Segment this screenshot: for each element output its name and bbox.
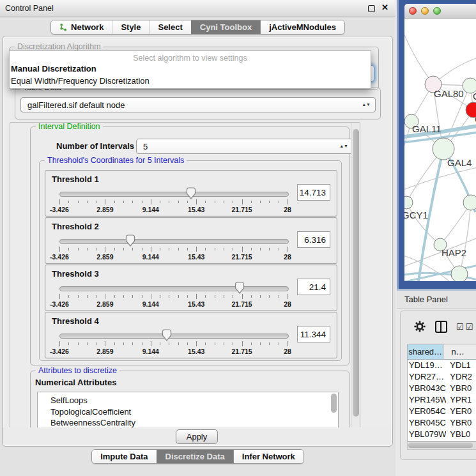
tick-mark: [151, 341, 151, 346]
tick-mark: [215, 201, 215, 203]
network-node[interactable]: [463, 195, 476, 210]
attribute-item-betweennesscentrality[interactable]: BetweennessCentrality: [38, 417, 338, 429]
network-canvas[interactable]: GAL80GACGAL11GAL4GCY1HHAP2: [404, 19, 476, 281]
tab-cyni-toolbox[interactable]: Cyni Toolbox: [191, 20, 260, 34]
algorithm-option-manual-discretization[interactable]: Manual Discretization: [10, 63, 371, 75]
threshold-value-field[interactable]: 21.4: [297, 279, 330, 295]
slider-handle[interactable]: [125, 234, 135, 247]
network-graph[interactable]: GAL80GACGAL11GAL4GCY1HHAP2: [404, 19, 476, 281]
column-layout-icon[interactable]: [435, 321, 447, 333]
tab-impute-data[interactable]: Impute Data: [92, 450, 156, 463]
node-table: shared… n… YDL19…YDL1YDR27…YDR2YBR043CYB…: [407, 344, 476, 441]
tick-mark: [178, 248, 179, 250]
table-row[interactable]: YPR145WYPR1: [408, 394, 476, 406]
threshold-slider[interactable]: -3.4262.8599.14415.4321.71528: [59, 329, 288, 355]
tick-label: -3.426: [50, 253, 69, 261]
table-cell[interactable]: YBR0: [447, 383, 476, 394]
threshold-slider[interactable]: -3.4262.8599.14415.4321.71528: [59, 187, 288, 213]
slider-handle[interactable]: [234, 282, 245, 294]
attributes-items: SelfLoopsTopologicalCoefficientBetweenne…: [38, 392, 338, 429]
table-row[interactable]: YDR27…YDR2: [408, 371, 476, 383]
slider-track[interactable]: [59, 192, 289, 197]
tick-mark: [96, 248, 96, 250]
table-hscrollbar-thumb[interactable]: [408, 443, 473, 448]
network-view-window[interactable]: GAL80GACGAL11GAL4GCY1HHAP2: [397, 0, 476, 289]
network-edge[interactable]: [406, 203, 440, 245]
tick-label: 15.43: [188, 253, 204, 261]
table-cell[interactable]: YPR145W: [408, 394, 447, 406]
threshold-value-field[interactable]: 14.713: [297, 184, 330, 201]
table-row[interactable]: YBL079WYBL0: [408, 429, 476, 440]
table-row[interactable]: YER054CYER0: [408, 406, 476, 417]
slider-track[interactable]: [59, 334, 289, 339]
select-none-checkbox-icon[interactable]: ☑: [466, 323, 473, 331]
tab-select[interactable]: Select: [149, 20, 190, 34]
network-node[interactable]: [433, 138, 454, 160]
close-icon[interactable]: ✕: [381, 3, 388, 12]
table-cell[interactable]: YDL1: [447, 360, 476, 371]
tab-style[interactable]: Style: [112, 20, 149, 34]
table-data-group: Table Data galFiltered.sif default node …: [15, 88, 381, 119]
attribute-item-selfloops[interactable]: SelfLoops: [38, 395, 338, 406]
network-node[interactable]: [404, 196, 413, 209]
table-cell[interactable]: YBR045C: [408, 417, 447, 429]
bottom-tabs: Impute DataDiscretize DataInfer Network: [91, 449, 304, 464]
tab-jactivemnodules[interactable]: jActiveMNodules: [260, 20, 344, 34]
slider-handle[interactable]: [162, 329, 172, 341]
table-panel-titlebar: Table Panel: [397, 291, 476, 309]
slider-handle[interactable]: [186, 187, 196, 199]
table-cell[interactable]: YDL19…: [408, 360, 447, 371]
tick-mark: [105, 341, 105, 346]
network-node[interactable]: [451, 266, 468, 281]
table-cell[interactable]: YBR0: [447, 417, 476, 429]
table-cell[interactable]: YBL0: [447, 429, 476, 440]
threshold-slider[interactable]: -3.4262.8599.14415.4321.71528: [59, 234, 288, 260]
algorithm-option-equal-width-frequency-discretization[interactable]: Equal Width/Frequency Discretization: [10, 75, 371, 87]
attributes-scrollbar-thumb[interactable]: [331, 394, 337, 413]
table-cell[interactable]: YER0: [447, 406, 476, 417]
slider-ticks: [59, 247, 288, 252]
table-data-combobox[interactable]: galFiltered.sif default node ▲▼: [20, 97, 376, 112]
column-header-shared-name[interactable]: shared…: [408, 344, 443, 359]
select-all-checkbox-icon[interactable]: ☑: [456, 323, 464, 331]
slider-track[interactable]: [59, 239, 289, 244]
close-traffic-light-icon[interactable]: [409, 7, 417, 15]
tick-mark: [260, 295, 261, 298]
attributes-listbox[interactable]: SelfLoopsTopologicalCoefficientBetweenne…: [37, 392, 339, 429]
table-row[interactable]: YBR045CYBR0: [408, 417, 476, 429]
threshold-value-field[interactable]: 6.316: [297, 231, 330, 248]
attribute-item-topologicalcoefficient[interactable]: TopologicalCoefficient: [38, 406, 338, 418]
column-header-name[interactable]: n…: [443, 344, 476, 359]
tab-discretize-data[interactable]: Discretize Data: [157, 450, 233, 463]
table-panel-title: Table Panel: [404, 291, 448, 308]
tick-mark: [169, 342, 169, 345]
tick-mark: [87, 295, 88, 298]
table-cell[interactable]: YER054C: [408, 406, 447, 417]
apply-button[interactable]: Apply: [176, 429, 218, 444]
table-cell[interactable]: YBR043C: [408, 383, 447, 394]
tick-mark: [288, 247, 288, 252]
float-window-icon[interactable]: [368, 5, 375, 12]
threshold-slider[interactable]: -3.4262.8599.14415.4321.71528: [59, 282, 288, 307]
table-cell[interactable]: YPR1: [447, 394, 476, 406]
tab-infer-network[interactable]: Infer Network: [233, 450, 303, 463]
tick-mark: [242, 341, 243, 346]
table-cell[interactable]: YDR2: [447, 371, 476, 383]
settings-scrollbar-thumb[interactable]: [353, 129, 359, 417]
zoom-traffic-light-icon[interactable]: [433, 7, 441, 15]
table-row[interactable]: YDL19…YDL1: [408, 360, 476, 371]
table-cell[interactable]: YDR27…: [408, 371, 447, 383]
tab-network[interactable]: Network: [51, 20, 112, 34]
network-edge[interactable]: [459, 203, 471, 274]
table-cell[interactable]: YBL079W: [408, 429, 447, 440]
tick-mark: [288, 199, 288, 204]
threshold-value-field[interactable]: 11.344: [297, 326, 330, 342]
node-label: GAL11: [412, 123, 441, 134]
minimize-traffic-light-icon[interactable]: [421, 7, 429, 15]
table-row[interactable]: YBR043CYBR0: [408, 383, 476, 394]
tick-mark: [187, 248, 188, 250]
num-intervals-combobox[interactable]: 5 ▲▼: [136, 139, 353, 154]
gear-icon[interactable]: [413, 320, 426, 333]
slider-track[interactable]: [59, 286, 289, 291]
tick-mark: [187, 342, 188, 345]
